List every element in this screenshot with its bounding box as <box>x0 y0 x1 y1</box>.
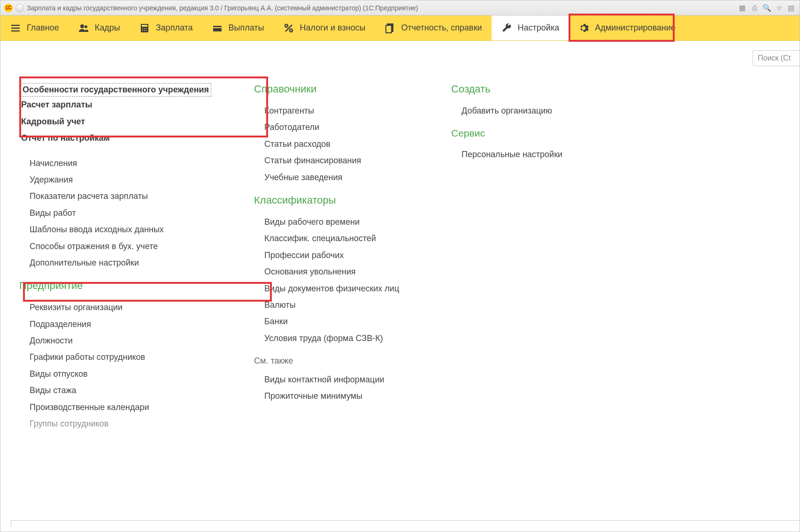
link-dolzhnosti[interactable]: Должности <box>19 333 226 349</box>
link-vidy-rab-vremeni[interactable]: Виды рабочего времени <box>254 214 423 230</box>
nav-otchetnost[interactable]: Отчетность, справки <box>375 15 491 40</box>
link-professii[interactable]: Профессии рабочих <box>254 247 423 264</box>
svg-point-15 <box>285 24 288 27</box>
link-rabotodateli[interactable]: Работодатели <box>254 119 423 136</box>
svg-point-9 <box>146 28 147 29</box>
main-navbar: Главное Кадры Зарплата Выплаты Налоги и … <box>0 15 800 41</box>
link-vidy-dok-fiz[interactable]: Виды документов физических лиц <box>254 281 423 297</box>
link-vidy-stazha[interactable]: Виды стажа <box>19 382 226 399</box>
link-vidy-rabot[interactable]: Виды работ <box>19 205 226 221</box>
content-area: Поиск (Ct Особенности государственного у… <box>0 41 800 532</box>
link-kadrovyy-uchet[interactable]: Кадровый учет <box>19 114 226 130</box>
svg-point-7 <box>142 28 143 29</box>
window-button-icon[interactable] <box>15 4 24 12</box>
link-osobennosti[interactable]: Особенности государственного учреждения <box>20 83 211 97</box>
nav-nastroyka[interactable]: Настройка <box>492 15 569 40</box>
section-sozdat: Создать <box>451 83 592 95</box>
svg-point-10 <box>142 30 143 31</box>
search-placeholder: Поиск (Ct <box>758 54 791 62</box>
link-uchebnye[interactable]: Учебные заведения <box>254 169 423 186</box>
toolbar-icon-5[interactable]: ▤ <box>786 4 796 12</box>
link-klassifik-spec[interactable]: Классифик. специальностей <box>254 230 423 247</box>
nav-label: Главное <box>27 23 59 33</box>
bottom-frame <box>11 520 800 527</box>
section-klassifikatory: Классификаторы <box>254 194 423 206</box>
section-seealso: См. также <box>254 356 423 366</box>
link-banki[interactable]: Банки <box>254 313 423 330</box>
nav-nalogi[interactable]: Налоги и взносы <box>274 15 375 40</box>
link-sposoby-otrazh[interactable]: Способы отражения в бух. учете <box>19 238 226 255</box>
link-vidy-otpuskov[interactable]: Виды отпусков <box>19 366 226 382</box>
app-logo-icon: 1C <box>4 4 13 12</box>
svg-rect-19 <box>386 25 392 33</box>
link-podrazdeleniya[interactable]: Подразделения <box>19 316 226 333</box>
nav-label: Налоги и взносы <box>300 23 366 33</box>
nav-kadry[interactable]: Кадры <box>69 15 130 40</box>
link-otchet-nastroykam[interactable]: Отчет по настройкам <box>19 130 226 146</box>
link-valyuty[interactable]: Валюты <box>254 297 423 313</box>
link-statyi-fin[interactable]: Статьи финансирования <box>254 152 423 169</box>
link-dop-nastroyki[interactable]: Дополнительные настройки <box>19 255 226 271</box>
documents-icon <box>384 23 395 34</box>
wallet-icon <box>212 23 223 34</box>
svg-rect-13 <box>213 26 222 31</box>
svg-point-3 <box>80 24 84 28</box>
link-personal-nastr[interactable]: Персональные настройки <box>451 146 592 163</box>
svg-rect-14 <box>213 27 222 28</box>
gear-icon <box>578 23 589 34</box>
svg-point-16 <box>290 29 292 32</box>
nav-zarplata[interactable]: Зарплата <box>130 15 202 40</box>
svg-point-4 <box>85 25 87 28</box>
nav-label: Выплаты <box>229 23 264 33</box>
section-predpriyatie: Предприятие <box>19 280 226 292</box>
nav-label: Отчетность, справки <box>401 23 482 33</box>
svg-line-17 <box>285 25 292 31</box>
wrench-icon <box>501 23 512 34</box>
section-servis: Сервис <box>451 128 592 139</box>
link-gruppy-sotr[interactable]: Группы сотрудников <box>19 416 226 432</box>
section-spravochniki: Справочники <box>254 83 423 95</box>
titlebar: 1C Зарплата и кадры государственного учр… <box>0 0 800 15</box>
link-kontragenty[interactable]: Контрагенты <box>254 103 423 119</box>
nav-label: Кадры <box>95 23 120 33</box>
svg-point-11 <box>144 30 145 31</box>
nav-main[interactable]: Главное <box>0 15 69 40</box>
link-proiz-kalendari[interactable]: Производственные календари <box>19 399 226 416</box>
nav-label: Зарплата <box>156 23 193 33</box>
toolbar-icon-3[interactable]: 🔍 <box>762 4 771 12</box>
link-uderzhaniya[interactable]: Удержания <box>19 172 226 188</box>
window-title: Зарплата и кадры государственного учрежд… <box>27 4 418 12</box>
link-vidy-kontakt[interactable]: Виды контактной информации <box>254 372 423 388</box>
link-dobavit-org[interactable]: Добавить организацию <box>451 103 592 119</box>
nav-admin[interactable]: Администрирование <box>569 15 685 40</box>
link-raschet-zarplaty[interactable]: Расчет зарплаты <box>19 97 226 113</box>
nav-label: Администрирование <box>595 23 676 33</box>
search-input[interactable]: Поиск (Ct <box>753 50 800 66</box>
people-icon <box>78 23 89 34</box>
svg-point-8 <box>144 28 145 29</box>
svg-point-12 <box>146 30 147 31</box>
link-nachisleniya[interactable]: Начисления <box>19 155 226 172</box>
link-osnovaniya-uvol[interactable]: Основания увольнения <box>254 264 423 280</box>
menu-icon <box>10 23 21 34</box>
nav-label: Настройка <box>518 23 560 33</box>
calculator-icon <box>139 23 150 34</box>
link-prozhit-min[interactable]: Прожиточные минимумы <box>254 388 423 404</box>
svg-rect-6 <box>142 25 147 27</box>
percent-icon <box>283 23 294 34</box>
toolbar-icon-1[interactable]: ▦ <box>738 4 747 12</box>
link-pokazateli[interactable]: Показатели расчета зарплаты <box>19 188 226 205</box>
link-rekvizity-org[interactable]: Реквизиты организации <box>19 299 226 316</box>
toolbar-icon-2[interactable]: ⎙ <box>750 4 759 12</box>
nav-vyplaty[interactable]: Выплаты <box>202 15 274 40</box>
toolbar-star-icon[interactable]: ☆ <box>774 4 784 12</box>
link-statyi-rashodov[interactable]: Статьи расходов <box>254 136 423 152</box>
link-shablony[interactable]: Шаблоны ввода исходных данных <box>19 221 226 238</box>
link-grafiki[interactable]: Графики работы сотрудников <box>19 349 226 365</box>
link-usloviya-truda[interactable]: Условия труда (форма СЗВ-К) <box>254 330 423 347</box>
